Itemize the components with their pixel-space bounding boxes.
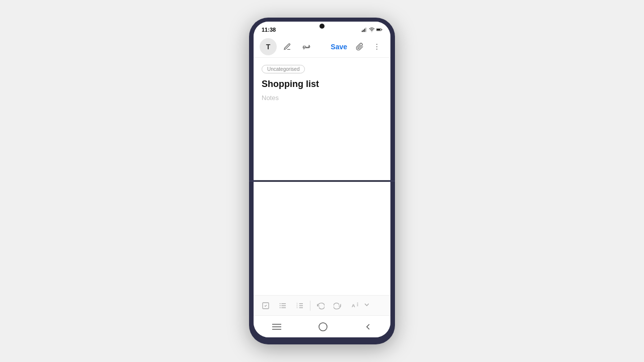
pen-icon [283, 43, 291, 51]
status-bar: 11:38 [254, 22, 390, 36]
svg-text:3: 3 [296, 306, 298, 309]
save-button[interactable]: Save [328, 41, 350, 53]
undo-icon [316, 302, 325, 310]
back-icon [365, 323, 372, 330]
note-title[interactable]: Shopping list [262, 78, 382, 90]
text-tool-icon: T [266, 43, 271, 51]
svg-rect-6 [382, 29, 382, 30]
format-bar: 123 A [254, 295, 390, 315]
battery-icon [376, 27, 382, 33]
toolbar: T Save [254, 36, 390, 58]
text-tool-button[interactable]: T [260, 38, 277, 55]
redo-button[interactable] [331, 299, 345, 313]
svg-point-17 [280, 307, 281, 308]
home-icon [318, 322, 328, 331]
format-divider [310, 301, 310, 311]
pen-tool-button[interactable] [279, 38, 296, 55]
paint-tool-button[interactable] [298, 38, 315, 55]
text-format-icon: A [351, 302, 359, 310]
svg-point-16 [280, 305, 281, 306]
svg-point-9 [376, 46, 377, 47]
svg-point-4 [372, 32, 372, 32]
text-size-arrow-icon [365, 302, 369, 310]
category-badge[interactable]: Uncategorised [262, 65, 305, 73]
note-placeholder[interactable]: Notes [262, 94, 382, 102]
svg-rect-3 [366, 28, 367, 32]
more-button[interactable] [369, 39, 384, 54]
nav-bar [254, 315, 390, 337]
checkbox-icon [262, 302, 270, 310]
ordered-list-button[interactable]: 123 [293, 299, 307, 313]
redo-icon [334, 302, 342, 310]
svg-rect-7 [377, 29, 380, 31]
svg-rect-1 [363, 30, 364, 32]
signal-icon [361, 27, 367, 33]
recent-apps-button[interactable] [272, 323, 281, 330]
svg-point-15 [280, 303, 281, 304]
bullet-list-icon [279, 302, 287, 310]
paint-icon [302, 43, 310, 51]
wifi-icon [369, 27, 375, 33]
attach-button[interactable] [352, 39, 367, 54]
phone-screen: 11:38 T [254, 22, 390, 337]
svg-point-8 [376, 44, 377, 45]
undo-button[interactable] [313, 299, 328, 313]
phone-device: 11:38 T [249, 18, 395, 344]
note-area[interactable]: Uncategorised Shopping list Notes [254, 58, 390, 295]
checkbox-button[interactable] [259, 299, 273, 313]
home-button[interactable] [318, 322, 328, 331]
attach-icon [356, 43, 364, 51]
recent-apps-icon [272, 323, 281, 330]
svg-point-31 [319, 323, 327, 331]
status-icons [361, 27, 382, 33]
camera-notch [319, 24, 325, 29]
ordered-list-icon: 123 [296, 302, 304, 310]
more-icon [373, 43, 381, 51]
svg-text:A: A [352, 303, 355, 308]
svg-rect-0 [362, 31, 363, 32]
status-time: 11:38 [262, 27, 276, 33]
fold-line [249, 180, 395, 182]
back-button[interactable] [365, 323, 372, 330]
svg-rect-2 [364, 29, 365, 32]
bullet-list-button[interactable] [276, 299, 290, 313]
svg-point-10 [376, 48, 377, 49]
text-format-button[interactable]: A [348, 299, 362, 313]
